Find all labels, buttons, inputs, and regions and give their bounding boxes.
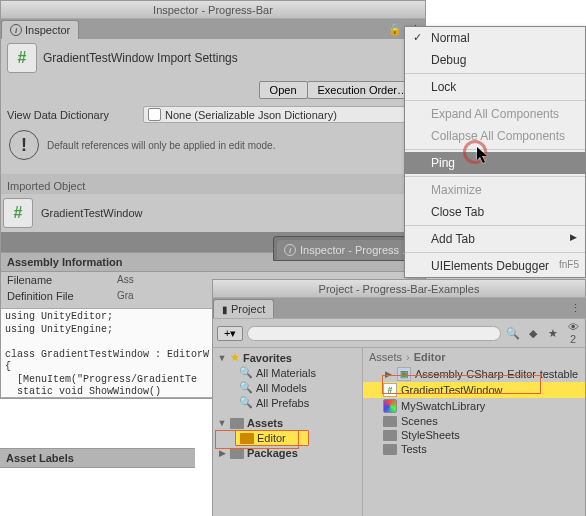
warning-icon: ! [9, 130, 39, 160]
project-list: Assets›Editor ▶▣Assembly-CSharp-Editor-t… [363, 348, 585, 516]
page-title: GradientTestWindow Import Settings [43, 51, 419, 65]
checkbox[interactable] [148, 108, 161, 121]
list-item[interactable]: Scenes [363, 414, 585, 428]
view-data-dictionary-field[interactable]: None (Serializable Json Dictionary) [143, 106, 419, 123]
list-item[interactable]: MySwatchLibrary [363, 398, 585, 414]
tab-label: Project [231, 303, 265, 315]
info-icon: i [284, 244, 296, 256]
search-icon: 🔍 [239, 381, 253, 394]
search-input[interactable] [247, 326, 501, 341]
folder-icon [230, 448, 244, 459]
folder-icon [230, 418, 244, 429]
imported-item[interactable]: # GradientTestWindow [1, 194, 425, 232]
tab-options-icon[interactable]: ⋮ [566, 298, 585, 318]
tree-item[interactable]: 🔍All Materials [213, 365, 362, 380]
chevron-right-icon[interactable]: ▶ [217, 448, 227, 458]
tree-assets[interactable]: ▼Assets [213, 416, 362, 430]
tab-bar: ▮ Project ⋮ [213, 298, 585, 318]
folder-icon [383, 430, 397, 441]
header-buttons: Open Execution Order… [1, 77, 425, 103]
highlight-box [215, 430, 299, 449]
script-icon: # [3, 198, 33, 228]
chevron-down-icon[interactable]: ▼ [217, 418, 227, 428]
highlight-box [382, 375, 541, 394]
menu-add-tab[interactable]: Add Tab▶ [405, 228, 585, 250]
project-window: Project - Progress-Bar-Examples ▮ Projec… [212, 279, 586, 516]
tree-item[interactable]: 🔍All Prefabs [213, 395, 362, 410]
view-data-dictionary-row: View Data Dictionary None (Serializable … [1, 103, 425, 126]
project-toolbar: +▾ 🔍 ◆ ★ 👁2 [213, 318, 585, 347]
menu-ping[interactable]: Ping [405, 152, 585, 174]
menu-lock[interactable]: Lock [405, 76, 585, 98]
tree-favorites[interactable]: ▼★Favorites [213, 350, 362, 365]
folder-icon [383, 444, 397, 455]
info-text: Default references will only be applied … [47, 140, 275, 151]
menu-uielements-debugger[interactable]: UIElements DebuggerfnF5 [405, 255, 585, 277]
exec-order-button[interactable]: Execution Order… [307, 81, 419, 99]
info-box: ! Default references will only be applie… [1, 126, 425, 164]
open-button[interactable]: Open [259, 81, 308, 99]
chevron-down-icon[interactable]: ▼ [217, 353, 227, 363]
floating-tab-label: Inspector - Progress … [300, 244, 413, 256]
chevron-right-icon: › [406, 351, 410, 363]
menu-debug[interactable]: Debug [405, 49, 585, 71]
tab-inspector[interactable]: i Inspector [1, 20, 79, 39]
list-item[interactable]: StyleSheets [363, 428, 585, 442]
deffile-value: Gra [117, 290, 134, 302]
window-title: Inspector - Progress-Bar [1, 1, 425, 19]
field-value: None (Serializable Json Dictionary) [165, 109, 337, 121]
search-icon: 🔍 [239, 366, 253, 379]
menu-close-tab[interactable]: Close Tab [405, 201, 585, 223]
info-icon: i [10, 24, 22, 36]
menu-maximize: Maximize [405, 179, 585, 201]
filename-label: Filename [7, 274, 117, 286]
search-icon[interactable]: 🔍 [505, 327, 521, 340]
list-item[interactable]: Tests [363, 442, 585, 456]
tab-bar: i Inspector 🔒 ⋮ [1, 19, 425, 39]
filename-value: Ass [117, 274, 134, 286]
menu-collapse: Collapse All Components [405, 125, 585, 147]
favorite-icon[interactable]: ★ [545, 327, 561, 340]
hidden-icon[interactable]: 👁2 [565, 321, 581, 345]
imported-item-name: GradientTestWindow [41, 207, 143, 219]
menu-normal[interactable]: Normal [405, 27, 585, 49]
add-button[interactable]: +▾ [217, 326, 243, 341]
star-icon: ★ [230, 351, 240, 364]
context-menu: Normal Debug Lock Expand All Components … [404, 26, 586, 278]
tree-item[interactable]: 🔍All Models [213, 380, 362, 395]
lock-icon[interactable]: 🔒 [384, 19, 406, 39]
field-label: View Data Dictionary [7, 109, 137, 121]
folder-icon [383, 416, 397, 427]
swatch-icon [383, 399, 397, 413]
imported-label: Imported Object [1, 174, 425, 194]
header: # GradientTestWindow Import Settings [1, 39, 425, 77]
folder-icon: ▮ [222, 304, 228, 315]
kbd-shortcut: fnF5 [559, 259, 579, 270]
filter-icon[interactable]: ◆ [525, 327, 541, 340]
menu-expand: Expand All Components [405, 103, 585, 125]
deffile-label: Definition File [7, 290, 117, 302]
search-icon: 🔍 [239, 396, 253, 409]
asset-labels-header[interactable]: Asset Labels [0, 448, 195, 468]
tab-label: Inspector [25, 24, 70, 36]
chevron-right-icon: ▶ [570, 232, 577, 242]
window-title: Project - Progress-Bar-Examples [213, 280, 585, 298]
breadcrumb[interactable]: Assets›Editor [363, 348, 585, 366]
script-icon: # [7, 43, 37, 73]
tab-project[interactable]: ▮ Project [213, 299, 274, 318]
